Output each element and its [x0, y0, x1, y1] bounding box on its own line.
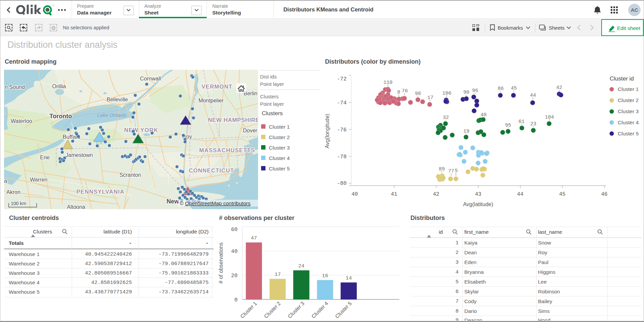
svg-text:Waterloo: Waterloo	[11, 118, 32, 124]
svg-text:Cluster 4: Cluster 4	[618, 120, 639, 125]
svg-text:104: 104	[545, 115, 554, 120]
svg-text:Avg(latitude): Avg(latitude)	[463, 201, 493, 207]
svg-text:-72: -72	[337, 76, 347, 82]
svg-text:43: 43	[475, 191, 481, 197]
svg-text:New: New	[167, 198, 179, 205]
svg-text:77: 77	[448, 168, 454, 174]
svg-text:Orillia: Orillia	[52, 84, 66, 89]
svg-text:Cluster 2: Cluster 2	[263, 300, 282, 319]
svg-text:98: 98	[415, 91, 421, 97]
svg-text:Cluster 1: Cluster 1	[239, 300, 258, 319]
svg-text:45: 45	[559, 191, 565, 197]
svg-text:16: 16	[322, 273, 328, 279]
svg-text:89: 89	[439, 166, 445, 172]
svg-text:32: 32	[443, 115, 449, 121]
svg-text:# of observations: # of observations	[218, 243, 224, 284]
svg-text:Montpelier: Montpelier	[199, 98, 224, 103]
svg-text:Avg(longitude): Avg(longitude)	[324, 114, 330, 149]
svg-text:Cluster 1: Cluster 1	[618, 86, 639, 92]
svg-text:Cornwall: Cornwall	[140, 76, 161, 82]
svg-text:a: a	[4, 178, 7, 184]
svg-text:NEW HAMPSHIRE: NEW HAMPSHIRE	[208, 117, 258, 123]
svg-text:44: 44	[517, 191, 523, 197]
svg-text:46: 46	[601, 191, 607, 197]
svg-text:Cluster 5: Cluster 5	[618, 131, 639, 136]
svg-text:CONNECTICUT: CONNECTICUT	[189, 167, 234, 174]
svg-text:40: 40	[351, 191, 358, 197]
svg-text:47: 47	[251, 235, 257, 241]
svg-text:23: 23	[530, 121, 536, 127]
svg-text:Cluster 3: Cluster 3	[287, 300, 306, 319]
svg-text:17: 17	[427, 95, 433, 101]
svg-text:Cluster 4: Cluster 4	[310, 300, 329, 319]
svg-text:44: 44	[530, 93, 536, 98]
svg-text:© OpenStreetMap contributors: © OpenStreetMap contributors	[180, 200, 251, 206]
svg-text:Dover: Dover	[243, 128, 257, 133]
svg-text:Akron: Akron	[6, 189, 21, 195]
svg-text:Jamestown: Jamestown	[66, 152, 93, 158]
svg-text:Lake Ontario: Lake Ontario	[97, 112, 126, 118]
svg-text:0: 0	[234, 297, 238, 303]
svg-text:24: 24	[298, 263, 305, 269]
svg-text:-76: -76	[337, 127, 347, 133]
svg-text:86: 86	[498, 86, 504, 92]
svg-text:Cluster 5: Cluster 5	[334, 300, 353, 319]
svg-text:20: 20	[231, 273, 238, 279]
svg-text:Erie: Erie	[40, 155, 50, 160]
svg-text:PENNSYLVANIA: PENNSYLVANIA	[76, 189, 124, 195]
svg-text:19: 19	[463, 129, 469, 134]
svg-text:VERMONT: VERMONT	[202, 84, 232, 90]
svg-text:41: 41	[391, 191, 397, 197]
svg-text:76: 76	[402, 88, 408, 94]
svg-text:Cluster id: Cluster id	[610, 75, 634, 82]
svg-text:90: 90	[463, 90, 469, 95]
svg-text:5: 5	[455, 168, 458, 174]
svg-text:95: 95	[505, 123, 511, 128]
svg-text:-80: -80	[337, 181, 347, 187]
svg-text:60: 60	[231, 227, 238, 233]
svg-text:40: 40	[480, 112, 487, 118]
svg-text:Belleville: Belleville	[107, 97, 128, 102]
svg-text:Warren: Warren	[30, 177, 47, 183]
svg-text:96: 96	[472, 88, 478, 94]
svg-text:110: 110	[383, 80, 392, 86]
svg-text:61: 61	[518, 119, 525, 125]
svg-text:40: 40	[231, 249, 238, 255]
svg-text:14: 14	[346, 275, 352, 281]
svg-text:Toronto: Toronto	[49, 113, 72, 120]
svg-text:Cluster 3: Cluster 3	[618, 108, 639, 114]
svg-text:n Sound: n Sound	[5, 84, 25, 90]
svg-text:8: 8	[397, 90, 400, 95]
svg-text:106: 106	[442, 91, 451, 96]
svg-text:Altoona: Altoona	[67, 204, 85, 209]
svg-text:17: 17	[275, 271, 281, 278]
svg-text:MASSACHUSETTS: MASSACHUSETTS	[199, 147, 255, 154]
svg-text:-74: -74	[337, 100, 347, 106]
svg-text:Scranton: Scranton	[119, 172, 141, 178]
svg-text:42: 42	[556, 85, 562, 91]
svg-text:42: 42	[433, 191, 439, 197]
svg-text:100 km: 100 km	[11, 201, 26, 206]
svg-text:45: 45	[511, 86, 517, 91]
svg-text:-78: -78	[337, 154, 347, 160]
svg-text:Cluster 2: Cluster 2	[618, 97, 639, 103]
